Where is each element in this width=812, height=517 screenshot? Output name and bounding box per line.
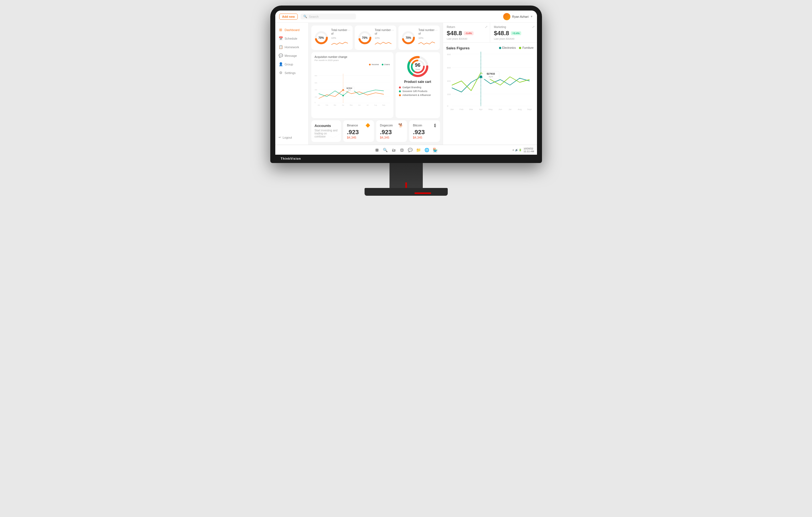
stat-card-2: ··· 70% Total number of — [355, 26, 396, 50]
sidebar-item-group[interactable]: 👤 Group — [275, 60, 308, 68]
mini-wave-1 — [331, 40, 348, 46]
advertisment-dot — [399, 94, 401, 96]
svg-text:Jan: Jan — [317, 104, 320, 106]
sidebar-item-schedule[interactable]: 📅 Schedule — [275, 34, 308, 43]
product-donut: 96 Total — [407, 55, 429, 78]
legend-souvenir: Souvenir Gift Products — [399, 90, 437, 93]
acq-chart-subtitle: Per month in 2020 years — [315, 59, 390, 61]
sidebar-logout[interactable]: ↩ Logout — [275, 133, 308, 142]
acq-legend-income: Income — [369, 63, 379, 66]
monitor-stand — [389, 163, 423, 188]
bitcoin-icon: ₿ — [434, 123, 436, 127]
crypto-value-dogecoin: .923 — [380, 128, 403, 136]
svg-text:Apr: Apr — [342, 104, 344, 106]
card-menu-3[interactable]: ··· — [434, 28, 438, 32]
chevron-down-icon[interactable]: ▼ — [530, 15, 533, 18]
svg-text:600: 600 — [447, 66, 451, 69]
taskbar-system-tray: ∧ 🔊 🔋 — [512, 149, 522, 151]
taskbar-teams-icon[interactable]: 💬 — [407, 147, 413, 153]
svg-text:$27632: $27632 — [487, 73, 495, 75]
svg-text:Jun: Jun — [358, 104, 360, 106]
svg-text:Jun: Jun — [498, 108, 502, 111]
schedule-icon: 📅 — [279, 36, 283, 40]
sidebar: ⊞ Dashboard 📅 Schedule 📋 Homework 💬 Mess… — [275, 23, 309, 145]
sidebar-item-message[interactable]: 💬 Message — [275, 51, 308, 60]
search-box[interactable]: 🔍 Search — [300, 13, 356, 20]
taskbar-folder-icon[interactable]: 📁 — [415, 147, 422, 153]
taskbar-windows-icon[interactable]: ⊞ — [374, 147, 380, 153]
expand-return-icon[interactable]: ⤢ — [485, 25, 488, 29]
marketing-value-row: $48.8 +3.4% — [494, 30, 533, 37]
return-section: ⤢ Return $48.8 -3.4% Last years $32640 — [443, 23, 490, 42]
taskbar-split-icon[interactable]: ⊡ — [399, 147, 405, 153]
crypto-row: Accounts Start investing and trading on … — [311, 120, 440, 142]
electronics-dot — [499, 47, 501, 49]
donut-percent-1: 70% — [318, 36, 324, 39]
return-badge: -3.4% — [464, 31, 474, 35]
sidebar-item-settings[interactable]: ⚙ Settings — [275, 68, 308, 77]
acq-legend-users: Users — [382, 63, 390, 66]
svg-text:Mar: Mar — [334, 104, 336, 106]
users-dot — [382, 64, 383, 65]
expand-marketing-icon[interactable]: ⤢ — [532, 25, 535, 29]
tooltip-dot-green — [342, 95, 344, 96]
acq-legend: Income Users — [315, 63, 390, 66]
sales-legend: Electronics Furniture — [499, 46, 534, 49]
furniture-dot — [519, 47, 521, 49]
return-value: $48.8 — [447, 30, 462, 37]
product-total-label: Total — [415, 68, 420, 71]
acq-chart-title: Acquisiton number change — [315, 55, 390, 58]
stat-card-3: ··· 70% Total number of — [398, 26, 440, 50]
donut-3: 70% — [401, 30, 415, 45]
sidebar-item-homework[interactable]: 📋 Homework — [275, 43, 308, 51]
user-name: Ryan Azhari — [512, 15, 528, 18]
svg-text:200: 200 — [315, 96, 317, 98]
marketing-label: Marketing — [494, 26, 533, 29]
legend-gadget: Gadget Branding — [399, 86, 437, 89]
app-body: ⊞ Dashboard 📅 Schedule 📋 Homework 💬 Mess… — [275, 23, 537, 145]
svg-text:200: 200 — [447, 93, 451, 96]
svg-text:Apr: Apr — [479, 108, 483, 111]
taskbar-store-icon[interactable]: 🏪 — [432, 147, 438, 153]
gadget-label: Gadget Branding — [403, 86, 422, 89]
marketing-badge: +3.4% — [511, 31, 521, 35]
monitor-brand: ThinkVision — [275, 155, 537, 163]
card-menu-2[interactable]: ··· — [390, 28, 394, 32]
svg-text:800: 800 — [447, 53, 451, 56]
stat-sub-3: 10% — [418, 37, 437, 39]
product-total-num: 96 — [415, 62, 420, 68]
donut-percent-2: 70% — [362, 36, 368, 39]
crypto-header-bitcoin: Bitcoin ₿ — [413, 123, 436, 127]
logout-icon: ↩ — [279, 136, 281, 139]
svg-text:Feb: Feb — [325, 104, 328, 106]
donut-2: 70% — [358, 30, 372, 45]
stat-sub-2: 10% — [375, 37, 394, 39]
taskbar-datetime: 10/20/2211:11 AM — [523, 147, 534, 153]
mini-wave-2 — [375, 40, 392, 46]
app: Add new 🔍 Search Ryan Azhari ▼ ⊞ Dash — [275, 10, 537, 155]
return-prev: Last years $32640 — [447, 37, 486, 40]
sidebar-item-label: Schedule — [285, 37, 297, 40]
svg-text:Jul: Jul — [366, 104, 368, 106]
sidebar-item-dashboard[interactable]: ⊞ Dashboard — [275, 26, 308, 34]
sidebar-item-label: Message — [285, 54, 297, 57]
product-sale-card: 96 Total Product sale cart Gadget Brandi… — [396, 52, 440, 118]
taskbar-search-icon[interactable]: 🔍 — [382, 147, 388, 153]
stat-cards-row: ··· 70% Total number of — [311, 26, 440, 50]
accounts-bg-chart — [311, 128, 341, 142]
right-panel: ⤢ Return $48.8 -3.4% Last years $32640 ⤢ — [443, 23, 537, 145]
sidebar-item-label: Dashboard — [285, 28, 300, 32]
card-menu-1[interactable]: ··· — [347, 28, 350, 32]
svg-text:0: 0 — [315, 102, 316, 104]
accounts-title: Accounts — [315, 124, 338, 128]
taskbar-files-icon[interactable]: 🗂 — [390, 147, 397, 153]
advertisment-label: Advertisment & Influencer — [403, 94, 431, 96]
taskbar: ⊞ 🔍 🗂 ⊡ 💬 📁 🌐 🏪 ∧ 🔊 🔋 10/20/2211:11 AM — [275, 145, 537, 155]
income-dot — [369, 64, 371, 65]
add-new-button[interactable]: Add new — [279, 13, 298, 20]
taskbar-browser-icon[interactable]: 🌐 — [424, 147, 430, 153]
svg-text:Jul: Jul — [509, 108, 511, 111]
income-label: Income — [372, 63, 379, 66]
sidebar-item-label: Homework — [285, 46, 299, 49]
donut-percent-3: 70% — [406, 36, 411, 39]
